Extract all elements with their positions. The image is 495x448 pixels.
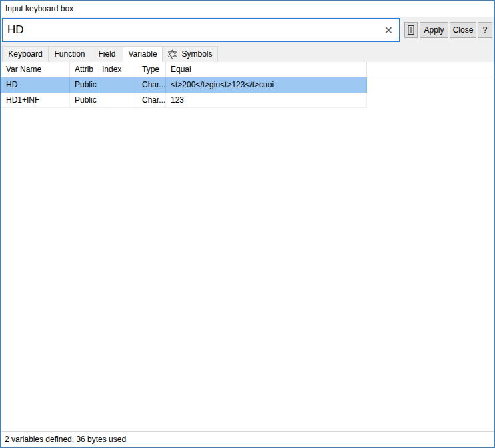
cell-index [97,93,137,107]
variable-list: HD Public Char... <t>200</t>giu<t>123</t… [1,77,367,108]
star-icon [167,49,177,59]
column-header-attrib[interactable]: Attrib [70,62,97,77]
cell-equal: 123 [166,93,367,107]
variable-name-input[interactable]: HD ✕ [2,18,400,42]
tab-label: Keyboard [8,47,42,62]
table-row[interactable]: HD Public Char... <t>200</t>giu<t>123</t… [1,77,367,93]
column-header-equal[interactable]: Equal [166,62,367,77]
title-bar: Input keyboard box [1,1,494,17]
input-value: HD [3,19,399,41]
cell-var-name: HD1+INF [1,93,70,107]
cell-type: Char... [137,93,166,107]
window-title: Input keyboard box [1,1,494,17]
keypad-icon [408,25,414,35]
tab-keyboard[interactable]: Keyboard [2,46,49,63]
help-button[interactable]: ? [478,22,492,38]
keypad-button[interactable] [404,22,418,38]
cell-attrib: Public [70,77,97,93]
column-header-filler [367,62,494,77]
clear-icon[interactable]: ✕ [384,19,393,41]
column-header-index[interactable]: Index [97,62,137,77]
cell-type: Char... [137,77,166,93]
tab-label: Variable [128,47,157,62]
status-text: 2 variables defined, 36 bytes used [1,432,494,447]
tab-symbols[interactable]: Symbols [162,46,218,63]
table-row[interactable]: HD1+INF Public Char... 123 [1,93,367,108]
apply-button[interactable]: Apply [420,22,448,38]
tab-field[interactable]: Field [91,46,123,63]
column-header-var-name[interactable]: Var Name [1,62,70,77]
status-bar: 2 variables defined, 36 bytes used [1,431,494,447]
tab-label: Function [54,47,85,62]
cell-index [97,77,137,93]
input-keyboard-box-window: Input keyboard box HD ✕ Apply Close ? Ke… [0,0,495,448]
table-header: Var Name Attrib Index Type Equal [1,62,494,77]
cell-var-name: HD [1,77,70,93]
cell-equal: <t>200</t>giu<t>123</t>cuoi [166,77,367,93]
tab-variable[interactable]: Variable [123,46,163,63]
column-header-type[interactable]: Type [137,62,166,77]
tab-function[interactable]: Function [48,46,91,63]
tab-label: Symbols [181,47,212,62]
close-button[interactable]: Close [450,22,476,38]
cell-attrib: Public [70,93,97,107]
tab-strip: Keyboard Function Field Variable Symbols [1,46,494,63]
tab-label: Field [98,47,115,62]
control-area: HD ✕ Apply Close ? [1,17,494,46]
